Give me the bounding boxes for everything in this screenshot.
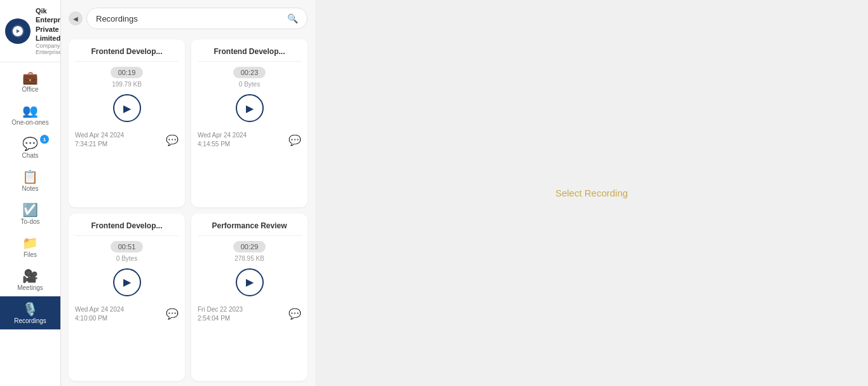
recording-duration: 00:23 (233, 67, 266, 78)
play-button[interactable]: ▶ (236, 268, 264, 296)
company-name: Qik Enterprises Private Limited (36, 6, 61, 43)
main-content: Select Recording (315, 0, 868, 386)
play-icon: ▶ (246, 102, 254, 114)
sidebar-item-label: Office (22, 86, 39, 93)
files-icon: 📁 (22, 237, 38, 249)
sidebar-item-label: To-dos (20, 218, 39, 225)
sidebar-item-label: One-on-ones (11, 119, 48, 126)
recording-date: Wed Apr 24 20244:14:55 PM (198, 131, 247, 149)
recording-title: Frontend Develop... (75, 47, 179, 56)
chat-icon[interactable]: 💬 (166, 308, 179, 320)
todos-icon: ☑️ (22, 203, 38, 216)
recording-duration: 00:29 (233, 241, 266, 252)
card-divider (198, 61, 301, 62)
chat-icon[interactable]: 💬 (288, 134, 301, 146)
office-icon: 💼 (22, 71, 38, 84)
search-bar-container: ◀ 🔍 (61, 0, 315, 34)
middle-panel: ◀ 🔍 Frontend Develop... 00:19 199.79 KB … (61, 0, 315, 386)
chat-icon[interactable]: 💬 (288, 308, 301, 320)
sidebar-item-label: Chats (22, 152, 38, 159)
sidebar-item-one-on-ones[interactable]: 👥 One-on-ones (0, 98, 60, 131)
chats-icon: 💬 (22, 137, 38, 150)
sidebar-item-label: Files (24, 251, 37, 258)
sidebar-header: Qik Enterprises Private Limited Company … (0, 0, 60, 62)
recording-title: Frontend Develop... (198, 47, 301, 56)
sidebar-item-files[interactable]: 📁 Files (0, 230, 60, 263)
sidebar-item-meetings[interactable]: 🎥 Meetings (0, 263, 60, 296)
recording-card[interactable]: Frontend Develop... 00:51 0 Bytes ▶ Wed … (69, 214, 185, 382)
recording-title: Performance Review (198, 221, 301, 230)
sidebar-item-chats[interactable]: 1 💬 Chats (0, 131, 60, 164)
play-icon: ▶ (123, 102, 131, 114)
search-icon[interactable]: 🔍 (287, 13, 298, 24)
collapse-button[interactable]: ◀ (69, 11, 83, 25)
card-footer: Wed Apr 24 20244:10:00 PM 💬 (75, 305, 179, 323)
card-divider (198, 235, 301, 236)
one-on-ones-icon: 👥 (22, 104, 38, 117)
logo (5, 18, 31, 44)
recording-size: 199.79 KB (112, 81, 142, 88)
recording-date: Fri Dec 22 20232:54:04 PM (198, 305, 243, 323)
recording-card[interactable]: Frontend Develop... 00:23 0 Bytes ▶ Wed … (191, 39, 308, 207)
recording-size: 278.95 KB (234, 255, 264, 262)
card-footer: Fri Dec 22 20232:54:04 PM 💬 (198, 305, 301, 323)
play-button[interactable]: ▶ (236, 94, 264, 122)
company-type: Company - Enterprise (36, 43, 61, 55)
company-info: Qik Enterprises Private Limited Company … (36, 6, 61, 55)
select-recording-placeholder: Select Recording (555, 188, 628, 198)
sidebar-item-label: Notes (22, 185, 38, 192)
recordings-grid: Frontend Develop... 00:19 199.79 KB ▶ We… (61, 34, 315, 386)
sidebar-item-notes[interactable]: 📋 Notes (0, 164, 60, 197)
sidebar: Qik Enterprises Private Limited Company … (0, 0, 61, 386)
card-divider (75, 61, 179, 62)
sidebar-item-recordings[interactable]: 🎙️ Recordings (0, 296, 60, 329)
sidebar-item-label: Meetings (17, 284, 43, 291)
recording-duration: 00:19 (111, 67, 144, 78)
search-input[interactable] (96, 14, 282, 24)
nav-items: 💼 Office 👥 One-on-ones 1 💬 Chats 📋 Notes… (0, 62, 60, 386)
card-footer: Wed Apr 24 20247:34:21 PM 💬 (75, 131, 179, 149)
play-icon: ▶ (123, 276, 131, 288)
sidebar-item-office[interactable]: 💼 Office (0, 65, 60, 98)
notes-icon: 📋 (22, 170, 38, 183)
play-button[interactable]: ▶ (113, 94, 141, 122)
sidebar-item-label: Recordings (14, 317, 46, 324)
play-icon: ▶ (246, 276, 254, 288)
sidebar-item-todos[interactable]: ☑️ To-dos (0, 197, 60, 230)
chat-icon[interactable]: 💬 (166, 134, 179, 146)
recording-date: Wed Apr 24 20244:10:00 PM (75, 305, 124, 323)
chats-badge: 1 (40, 135, 49, 144)
card-footer: Wed Apr 24 20244:14:55 PM 💬 (198, 131, 301, 149)
recording-card[interactable]: Performance Review 00:29 278.95 KB ▶ Fri… (191, 214, 308, 382)
meetings-icon: 🎥 (22, 270, 38, 282)
card-divider (75, 235, 179, 236)
recording-title: Frontend Develop... (75, 221, 179, 230)
recording-size: 0 Bytes (239, 81, 260, 88)
search-bar: 🔍 (86, 8, 308, 29)
recording-card[interactable]: Frontend Develop... 00:19 199.79 KB ▶ We… (69, 39, 185, 207)
recording-date: Wed Apr 24 20247:34:21 PM (75, 131, 124, 149)
recordings-icon: 🎙️ (22, 303, 38, 315)
play-button[interactable]: ▶ (113, 268, 141, 296)
recording-duration: 00:51 (111, 241, 144, 252)
recording-size: 0 Bytes (116, 255, 137, 262)
